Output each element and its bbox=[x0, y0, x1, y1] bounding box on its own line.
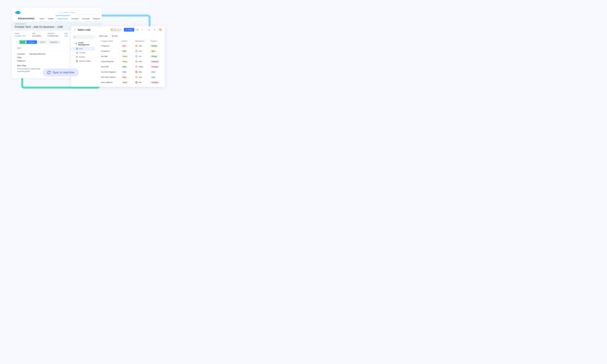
list-icon bbox=[76, 43, 78, 45]
sidebar-item-label: Grid bbox=[79, 48, 82, 50]
view-icon bbox=[76, 56, 78, 58]
user-avatar[interactable] bbox=[158, 28, 162, 32]
nav-tab[interactable]: Accounts bbox=[80, 15, 91, 21]
share-label: Share bbox=[128, 29, 132, 31]
column-header[interactable]: Industry bbox=[120, 39, 133, 43]
app-launcher-icon[interactable] bbox=[15, 17, 15, 20]
crumb-root[interactable]: Sales Lead bbox=[99, 35, 107, 37]
cell-company: Seoul Milk bbox=[99, 64, 120, 69]
field-value[interactable]: Cinc bbox=[64, 35, 68, 37]
nav-tab[interactable]: Home bbox=[38, 15, 46, 21]
nav-tab[interactable]: Opportunities bbox=[55, 15, 70, 21]
sidebar-search[interactable] bbox=[73, 35, 95, 39]
sidebar-item[interactable]: Timeline bbox=[73, 51, 95, 55]
column-header[interactable]: Progress bbox=[149, 39, 162, 43]
nav-bar: Advancement HomeChatterOpportunitiesCont… bbox=[12, 15, 102, 22]
cell-industry: F&B bbox=[120, 49, 133, 54]
svg-rect-30 bbox=[76, 56, 77, 58]
search-button[interactable] bbox=[147, 28, 151, 32]
field-label: Accounts bbox=[47, 32, 58, 34]
table-row[interactable]: Tech Giant Vietnam Edu Ivan Intro bbox=[99, 75, 162, 80]
sidebar-group-label: Leads Management bbox=[78, 42, 95, 46]
cell-industry: Edu bbox=[120, 75, 133, 80]
link-icon bbox=[126, 29, 127, 31]
stage-chevron[interactable]: Queen bbox=[37, 40, 47, 44]
table-row[interactable]: Company B F&B Lisa Won bbox=[99, 49, 162, 54]
chevron-up-icon[interactable] bbox=[15, 40, 18, 44]
svg-rect-7 bbox=[137, 29, 138, 30]
stage-chevron[interactable]: Negotiatio bbox=[47, 40, 60, 44]
sync-pill: Sync in real-time bbox=[43, 68, 79, 77]
column-header[interactable]: Salesperson bbox=[133, 39, 149, 43]
svg-rect-35 bbox=[77, 61, 78, 62]
search-placeholder: Search Contacts bbox=[63, 11, 76, 13]
view-icon bbox=[76, 60, 78, 62]
table-row[interactable]: Larkie Enterprise Retail Alex Proposal bbox=[99, 59, 162, 64]
svg-point-11 bbox=[143, 30, 143, 30]
search-input[interactable]: Search Contacts bbox=[58, 10, 99, 14]
nav-tab[interactable]: Chatter bbox=[46, 15, 55, 21]
stage-chevron[interactable] bbox=[19, 40, 26, 44]
cell-progress: Proposal bbox=[149, 80, 162, 85]
grid-icon bbox=[112, 35, 114, 37]
cell-salesperson: Alex bbox=[133, 59, 149, 64]
breadcrumb: Sales Lead / Grid bbox=[99, 35, 162, 37]
view-icon bbox=[76, 48, 78, 50]
table-row[interactable]: Company A Edu Ada Pricing bbox=[99, 43, 162, 49]
key-row: Office Telephone bbox=[17, 56, 74, 63]
next-step-title: Next Step bbox=[17, 65, 74, 67]
svg-rect-20 bbox=[76, 43, 77, 44]
cell-salesperson: Lisa bbox=[133, 49, 149, 54]
salesforce-logo: salesforce bbox=[15, 10, 21, 14]
sidebar: Leads Management GridTimelineKanbanMater… bbox=[71, 33, 97, 87]
cell-salesperson: Ada bbox=[133, 43, 149, 48]
svg-rect-32 bbox=[76, 60, 77, 61]
table-row[interactable]: Seoul Milk F&B Robin Proposal bbox=[99, 64, 162, 69]
back-button[interactable] bbox=[74, 28, 76, 31]
sidebar-item-label: Kanban bbox=[79, 56, 85, 58]
sidebar-item-label: Timeline bbox=[79, 52, 85, 54]
field-label: Opp bbox=[64, 32, 68, 34]
section-label: OPPORTUNITY bbox=[15, 23, 99, 25]
sidebar-item[interactable]: Grid bbox=[73, 47, 95, 51]
cell-industry: Retail bbox=[120, 80, 133, 85]
more-icon[interactable] bbox=[141, 28, 145, 32]
cell-company: Sky High bbox=[99, 54, 120, 59]
svg-point-10 bbox=[142, 30, 142, 30]
cell-company: Larkie Enterprise bbox=[99, 59, 120, 64]
table-row[interactable]: Sky High Retail Uni Pricing bbox=[99, 54, 162, 59]
key-card-title: KEY bbox=[17, 47, 22, 50]
cell-industry: F&B bbox=[120, 64, 133, 69]
field-value[interactable]: Presidio Tech bbox=[15, 35, 26, 37]
stage-chevron[interactable]: Analysis bbox=[26, 40, 37, 44]
page-title: Sales Lead bbox=[78, 28, 91, 31]
table-row[interactable]: Unito California Retail Rex Proposal bbox=[99, 80, 162, 85]
add-button[interactable] bbox=[153, 28, 156, 32]
table-row[interactable]: Juice Bar Singapore F&B Billy Intro bbox=[99, 69, 162, 75]
svg-rect-27 bbox=[76, 52, 78, 53]
collaborator-avatar[interactable] bbox=[116, 28, 119, 32]
column-header[interactable]: Company Name bbox=[99, 39, 120, 43]
crumb-leaf[interactable]: Grid bbox=[112, 35, 117, 37]
cell-company: Tech Giant Vietnam bbox=[99, 75, 120, 80]
collaborator-avatars[interactable]: +7 bbox=[110, 28, 122, 32]
nav-tab[interactable]: Contacts bbox=[70, 15, 80, 21]
sidebar-item[interactable]: Kanban bbox=[73, 55, 95, 59]
share-button[interactable]: Share bbox=[124, 28, 134, 32]
cell-progress: Proposal bbox=[149, 64, 162, 69]
main-content: Sales Lead / Grid Company NameIndustrySa… bbox=[97, 33, 165, 87]
cell-industry: Retail bbox=[120, 54, 133, 59]
cell-salesperson: Rex bbox=[133, 80, 149, 85]
cell-progress: Won bbox=[149, 49, 162, 54]
sidebar-item[interactable]: Material Gallery bbox=[73, 59, 95, 63]
svg-point-5 bbox=[60, 12, 61, 13]
svg-rect-34 bbox=[76, 61, 77, 62]
cell-company: Company A bbox=[99, 43, 120, 48]
sidebar-group[interactable]: Leads Management bbox=[73, 41, 95, 47]
workspace-name: Advancement bbox=[18, 17, 35, 20]
cell-industry: Edu bbox=[120, 43, 133, 48]
nav-tab[interactable]: Resports bbox=[91, 15, 102, 21]
present-icon[interactable] bbox=[136, 28, 139, 32]
leads-table: Company NameIndustrySalespersonProgress … bbox=[99, 39, 162, 85]
field-label: Date bbox=[32, 32, 41, 34]
